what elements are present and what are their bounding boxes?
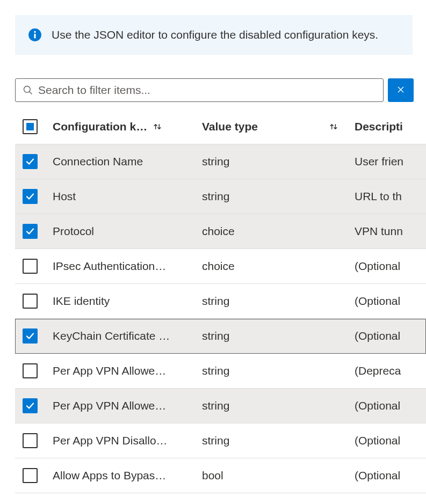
info-banner: Use the JSON editor to configure the dis… <box>15 15 413 55</box>
sort-icon <box>328 121 340 133</box>
config-key-cell: Per App VPN Allowe… <box>53 399 166 412</box>
search-icon <box>22 84 34 96</box>
row-checkbox[interactable] <box>23 433 38 448</box>
row-checkbox[interactable] <box>23 189 38 204</box>
description-cell: VPN tunn <box>355 225 403 238</box>
svg-rect-1 <box>34 34 35 39</box>
row-checkbox[interactable] <box>23 468 38 483</box>
info-banner-text: Use the JSON editor to configure the dis… <box>52 27 378 43</box>
description-cell: User frien <box>355 155 403 168</box>
search-input[interactable] <box>38 84 377 97</box>
table-row[interactable]: ProtocolchoiceVPN tunn <box>15 214 426 249</box>
clear-search-button[interactable] <box>388 78 414 102</box>
value-type-cell: choice <box>202 260 235 273</box>
table-header: Configuration k… Value type <box>15 112 426 144</box>
row-checkbox[interactable] <box>23 154 38 169</box>
search-box[interactable] <box>15 78 384 102</box>
description-cell: (Depreca <box>355 364 401 377</box>
svg-point-3 <box>24 86 31 93</box>
row-checkbox[interactable] <box>23 328 38 344</box>
config-key-cell: IPsec Authentication… <box>53 260 166 273</box>
config-key-cell: IKE identity <box>53 295 110 308</box>
table-row[interactable]: HoststringURL to th <box>15 179 426 214</box>
config-key-cell: Host <box>53 190 76 203</box>
table-row[interactable]: Per App VPN Disallo…string(Optional <box>15 423 426 458</box>
table-row[interactable]: IPsec Authentication…choice(Optional <box>15 249 426 284</box>
row-checkbox[interactable] <box>23 224 38 239</box>
description-cell: (Optional <box>355 260 400 273</box>
search-row <box>15 78 414 102</box>
column-header-label: Descripti <box>355 120 403 133</box>
table-row[interactable]: KeyChain Certificate …string(Optional <box>15 319 426 354</box>
row-checkbox[interactable] <box>23 363 38 378</box>
svg-line-4 <box>30 92 32 94</box>
table-row[interactable]: IKE identitystring(Optional <box>15 284 426 319</box>
column-header-label: Configuration k… <box>53 120 147 133</box>
row-checkbox[interactable] <box>23 259 38 274</box>
info-icon <box>28 28 42 42</box>
value-type-cell: choice <box>202 225 235 238</box>
table-row[interactable]: Allow Apps to Bypas…bool(Optional <box>15 458 426 493</box>
value-type-cell: string <box>202 364 229 377</box>
config-key-cell: KeyChain Certificate … <box>53 330 170 342</box>
config-key-cell: Protocol <box>53 225 94 238</box>
value-type-cell: bool <box>202 469 223 482</box>
column-header-config-key[interactable]: Configuration k… <box>53 120 202 133</box>
config-key-cell: Allow Apps to Bypas… <box>53 469 166 482</box>
value-type-cell: string <box>202 434 229 447</box>
table-row[interactable]: Per App VPN Allowe…string(Depreca <box>15 354 426 389</box>
select-all-checkbox[interactable] <box>23 119 38 134</box>
description-cell: (Optional <box>355 399 400 412</box>
value-type-cell: string <box>202 155 229 168</box>
config-key-cell: Per App VPN Disallo… <box>53 434 168 447</box>
config-key-cell: Per App VPN Allowe… <box>53 364 166 377</box>
column-header-description[interactable]: Descripti <box>355 120 426 133</box>
value-type-cell: string <box>202 330 229 342</box>
close-icon <box>396 85 405 96</box>
value-type-cell: string <box>202 295 229 308</box>
config-table: Configuration k… Value type <box>15 112 426 493</box>
row-checkbox[interactable] <box>23 294 38 309</box>
sort-icon <box>151 121 163 133</box>
svg-point-2 <box>34 31 35 33</box>
config-key-cell: Connection Name <box>53 155 143 168</box>
value-type-cell: string <box>202 399 229 412</box>
column-header-value-type[interactable]: Value type <box>202 120 355 133</box>
table-row[interactable]: Connection NamestringUser frien <box>15 144 426 179</box>
column-header-label: Value type <box>202 120 258 133</box>
description-cell: (Optional <box>355 295 400 308</box>
value-type-cell: string <box>202 190 229 203</box>
description-cell: (Optional <box>355 469 400 482</box>
description-cell: (Optional <box>355 330 400 342</box>
table-row[interactable]: Per App VPN Allowe…string(Optional <box>15 389 426 423</box>
row-checkbox[interactable] <box>23 398 38 413</box>
description-cell: URL to th <box>355 190 402 203</box>
description-cell: (Optional <box>355 434 400 447</box>
